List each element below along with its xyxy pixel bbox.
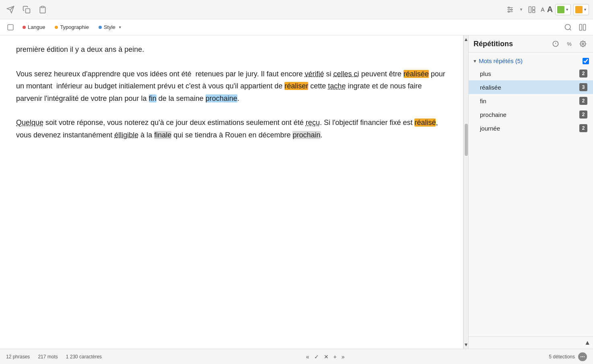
tab-langue-label: Langue [28, 24, 45, 30]
p3-finale-hl: finale [154, 131, 171, 139]
p2-text1: Vous serez heureux d'apprendre que vos i… [16, 70, 305, 78]
rep-item-journee[interactable]: journée 2 [469, 121, 593, 135]
p3-realise-hl: réalisé [414, 119, 436, 127]
nav-first-btn[interactable]: « [305, 353, 310, 361]
langue-dot [23, 26, 26, 29]
status-right: 5 détections ··· [549, 352, 587, 361]
rep-item-journee-label: journée [480, 125, 579, 132]
scroll-down-arrow[interactable]: ▼ [464, 341, 468, 349]
p3-text6: . [321, 131, 323, 139]
svg-point-19 [582, 43, 584, 45]
panel-header: Répétitions % [469, 35, 593, 53]
group-label: Mots répétés (5) [479, 57, 523, 64]
nav-check-btn[interactable]: ✓ [313, 353, 320, 361]
svg-rect-10 [533, 10, 535, 12]
color1-btn[interactable]: ▼ [555, 4, 571, 15]
rep-item-journee-badge: 2 [579, 124, 587, 132]
detections-text: 5 détections [549, 354, 575, 360]
doc-scrollbar[interactable]: ▲ ▼ [463, 35, 468, 349]
svg-point-6 [511, 9, 512, 10]
rep-item-fin-label: fin [480, 98, 579, 104]
p1-text: première édition il y a deux ans à peine… [16, 45, 144, 53]
settings-icon-btn[interactable] [504, 3, 517, 16]
right-panel: Répétitions % ▼ Mots répétés (5) [468, 35, 593, 349]
svg-point-5 [508, 7, 509, 8]
p2-text8: . [237, 94, 239, 102]
nav-add-btn[interactable]: + [333, 353, 338, 361]
p2-verifie: vérifié [305, 70, 324, 78]
svg-rect-8 [529, 6, 531, 12]
p2-text3: peuvent être [359, 70, 404, 78]
svg-rect-11 [8, 25, 13, 30]
p3-text5: qui se tiendra à Rouen en décembre [171, 131, 292, 139]
svg-rect-1 [41, 6, 44, 7]
phrase-count: 12 phrases [6, 354, 30, 360]
group-arrow: ▼ [473, 59, 477, 63]
group-checkbox[interactable] [583, 58, 589, 64]
panel-percent-btn[interactable]: % [564, 39, 574, 49]
rep-item-realisee[interactable]: réalisée 3 [469, 80, 593, 94]
p2-realiser-hl: réaliser [284, 82, 308, 90]
send-icon-btn[interactable] [4, 3, 17, 16]
p3-text1: soit votre réponse, vous noterez qu'à ce… [43, 119, 306, 127]
rep-item-prochaine-label: prochaine [480, 111, 579, 118]
scrollbar-thumb[interactable] [465, 124, 468, 156]
scroll-up-arrow[interactable]: ▲ [464, 35, 468, 43]
split-view-btn[interactable] [576, 21, 589, 34]
svg-point-12 [565, 24, 570, 29]
tab-style-label: Style [104, 24, 115, 30]
panel-info-btn[interactable] [550, 39, 561, 49]
detections-count: 5 détections [549, 354, 575, 360]
rep-item-fin[interactable]: fin 2 [469, 94, 593, 108]
p2-celles: celles ci [334, 70, 359, 78]
p2-tache: tache [328, 82, 346, 90]
tab-typographie-label: Typographie [60, 24, 89, 30]
status-bar: 12 phrases 217 mots 1 230 caractères « ✓… [0, 349, 593, 364]
p2-fin-hl: fin [149, 94, 156, 102]
p3-text4: à la [138, 131, 154, 139]
paragraph-3: Quelque soit votre réponse, vous noterez… [16, 117, 447, 141]
toolbar-left [4, 3, 49, 16]
top-toolbar: ▼ A A ▼ ▼ [0, 0, 593, 19]
search-btn[interactable] [562, 21, 574, 34]
panel-settings-btn[interactable] [578, 39, 588, 49]
style-dot [99, 26, 102, 29]
color2-arrow: ▼ [583, 8, 587, 12]
color2-swatch [575, 6, 583, 13]
svg-rect-15 [583, 24, 586, 30]
rep-item-plus-badge: 2 [579, 70, 587, 78]
view-toggle-btn[interactable] [4, 21, 17, 34]
more-options-btn[interactable]: ··· [578, 352, 587, 361]
secondary-toolbar: Langue Typographie Style ▼ [0, 19, 593, 35]
paste-icon-btn[interactable] [36, 3, 49, 16]
mots-repetes-group[interactable]: ▼ Mots répétés (5) [469, 55, 593, 67]
p3-elligible: élligible [114, 131, 138, 139]
rep-item-plus-label: plus [480, 70, 579, 77]
nav-close-btn[interactable]: ✕ [323, 353, 329, 361]
font-large-btn[interactable]: A [547, 5, 553, 14]
color2-btn[interactable]: ▼ [573, 4, 589, 15]
p3-quelque: Quelque [16, 119, 43, 127]
color1-arrow: ▼ [565, 8, 569, 12]
p3-text2: . Si l'objectif financier fixé est [320, 119, 415, 127]
p3-prochain-hl: prochain [292, 131, 320, 139]
tab-style[interactable]: Style ▼ [95, 22, 126, 32]
tab-langue[interactable]: Langue [19, 22, 49, 32]
panel-bottom: ▲ [469, 336, 593, 349]
layout-icon-btn[interactable] [525, 3, 538, 16]
svg-rect-9 [533, 6, 535, 10]
nav-last-btn[interactable]: » [341, 353, 346, 361]
panel-up-btn[interactable]: ▲ [584, 339, 591, 346]
rep-item-fin-badge: 2 [579, 97, 587, 105]
tab-typographie[interactable]: Typographie [51, 22, 93, 32]
svg-rect-0 [26, 8, 30, 13]
repetitions-list: ▼ Mots répétés (5) plus 2 réalisée 3 fin… [469, 53, 593, 197]
document-area[interactable]: première édition il y a deux ans à peine… [0, 35, 463, 349]
font-small-btn[interactable]: A [541, 6, 544, 13]
rep-item-plus[interactable]: plus 2 [469, 67, 593, 80]
p2-prochaine-hl: prochaine [206, 94, 237, 102]
copy-icon-btn[interactable] [20, 3, 33, 16]
rep-item-prochaine[interactable]: prochaine 2 [469, 108, 593, 121]
p3-recu: reçu [306, 119, 320, 127]
paragraph-1: première édition il y a deux ans à peine… [16, 43, 447, 56]
